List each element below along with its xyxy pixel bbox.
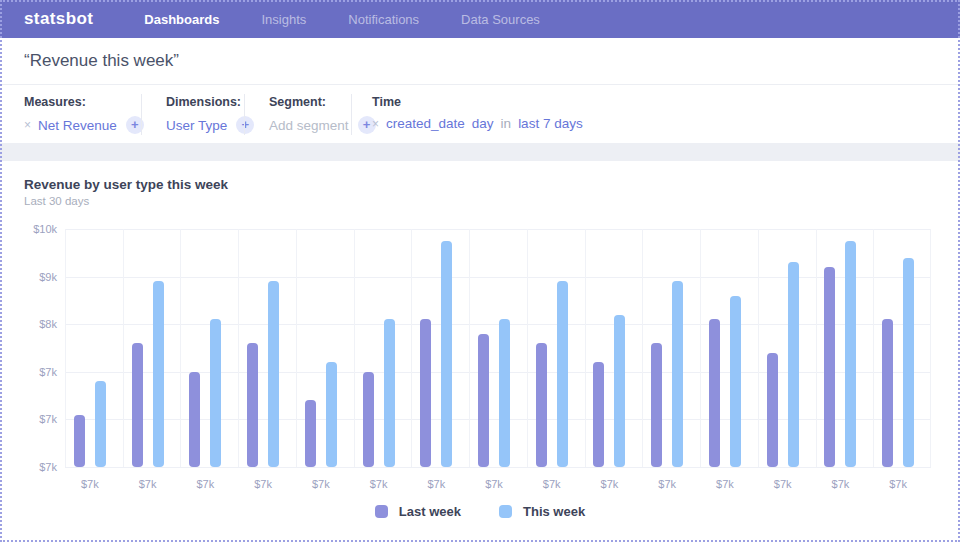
bar-last-week[interactable] (305, 400, 316, 467)
vertical-gridline (527, 229, 528, 467)
bar-last-week[interactable] (767, 353, 778, 467)
legend-label: This week (523, 504, 585, 519)
dimension-user-type[interactable]: User Type (166, 118, 227, 133)
time-field[interactable]: created_date (386, 116, 465, 131)
add-segment-placeholder[interactable]: Add segment (269, 118, 349, 133)
segment-label: Segment: (269, 95, 352, 109)
bar-last-week[interactable] (882, 319, 893, 467)
x-axis-tick-label: $7k (243, 478, 283, 490)
bar-this-week[interactable] (730, 296, 741, 467)
chart-card: Revenue by user type this week Last 30 d… (0, 161, 960, 542)
nav-item-insights[interactable]: Insights (240, 12, 327, 27)
horizontal-gridline (65, 229, 931, 230)
x-axis-tick-label: $7k (589, 478, 629, 490)
bar-this-week[interactable] (557, 281, 568, 467)
nav-item-notifications[interactable]: Notifications (327, 12, 440, 27)
bar-last-week[interactable] (478, 334, 489, 467)
y-axis-tick-label: $7k (7, 366, 57, 378)
time-join-word: in (501, 116, 512, 131)
vertical-gridline (238, 229, 239, 467)
bar-last-week[interactable] (420, 319, 431, 467)
bar-last-week[interactable] (189, 372, 200, 467)
measures-group: Measures: × Net Revenue + (0, 86, 142, 143)
vertical-gridline (585, 229, 586, 467)
x-axis-tick-label: $7k (763, 478, 803, 490)
bar-this-week[interactable] (326, 362, 337, 467)
query-builder-bar: Measures: × Net Revenue + Dimensions: Us… (0, 86, 960, 143)
legend-item-this-week[interactable]: This week (499, 504, 585, 519)
bar-this-week[interactable] (788, 262, 799, 467)
bar-this-week[interactable] (441, 241, 452, 467)
bar-last-week[interactable] (593, 362, 604, 467)
dimensions-group: Dimensions: User Type + (142, 86, 245, 143)
vertical-gridline (411, 229, 412, 467)
legend-swatch-icon (499, 505, 512, 518)
x-axis-tick-label: $7k (128, 478, 168, 490)
legend-swatch-icon (375, 505, 388, 518)
measure-net-revenue[interactable]: Net Revenue (38, 118, 117, 133)
main-nav: Dashboards Insights Notifications Data S… (123, 12, 561, 27)
bar-this-week[interactable] (210, 319, 221, 467)
vertical-gridline (873, 229, 874, 467)
bar-this-week[interactable] (95, 381, 106, 467)
bar-chart-plot-area (65, 229, 931, 467)
y-axis-tick-label: $7k (7, 413, 57, 425)
page-title[interactable]: “Revenue this week” (24, 51, 179, 71)
section-divider (0, 143, 960, 161)
bar-last-week[interactable] (651, 343, 662, 467)
chart-subtitle: Last 30 days (24, 195, 89, 207)
y-axis-tick-label: $8k (7, 318, 57, 330)
bar-this-week[interactable] (672, 281, 683, 467)
app-window: statsbot Dashboards Insights Notificatio… (0, 0, 960, 542)
x-axis-tick-label: $7k (820, 478, 860, 490)
bar-this-week[interactable] (153, 281, 164, 467)
bar-last-week[interactable] (824, 267, 835, 467)
time-granularity[interactable]: day (472, 116, 494, 131)
chart-legend: Last weekThis week (0, 504, 960, 519)
dimensions-label: Dimensions: (166, 95, 245, 109)
x-axis-tick-label: $7k (70, 478, 110, 490)
bar-last-week[interactable] (247, 343, 258, 467)
bar-this-week[interactable] (845, 241, 856, 467)
vertical-gridline (930, 229, 931, 467)
time-range[interactable]: last 7 days (518, 116, 583, 131)
bar-last-week[interactable] (536, 343, 547, 467)
bar-last-week[interactable] (132, 343, 143, 467)
dashboard-title-bar: “Revenue this week” (0, 38, 960, 85)
chart-title: Revenue by user type this week (24, 177, 228, 192)
horizontal-gridline (65, 324, 931, 325)
top-nav-bar: statsbot Dashboards Insights Notificatio… (0, 0, 960, 38)
bar-this-week[interactable] (268, 281, 279, 467)
time-label: Time (372, 95, 583, 109)
x-axis-tick-label: $7k (474, 478, 514, 490)
x-axis-tick-label: $7k (647, 478, 687, 490)
vertical-gridline (758, 229, 759, 467)
bar-last-week[interactable] (363, 372, 374, 467)
vertical-gridline (180, 229, 181, 467)
nav-item-data-sources[interactable]: Data Sources (440, 12, 561, 27)
x-axis-tick-label: $7k (185, 478, 225, 490)
legend-label: Last week (399, 504, 461, 519)
legend-item-last-week[interactable]: Last week (375, 504, 461, 519)
nav-item-dashboards[interactable]: Dashboards (123, 12, 240, 27)
bar-this-week[interactable] (499, 319, 510, 467)
vertical-gridline (700, 229, 701, 467)
remove-measure-icon[interactable]: × (24, 119, 31, 131)
y-axis-tick-label: $10k (7, 223, 57, 235)
vertical-gridline (354, 229, 355, 467)
vertical-gridline (816, 229, 817, 467)
y-axis-tick-label: $9k (7, 271, 57, 283)
bar-last-week[interactable] (709, 319, 720, 467)
remove-time-filter-icon[interactable]: × (372, 118, 379, 130)
bar-this-week[interactable] (384, 319, 395, 467)
bar-last-week[interactable] (74, 415, 85, 467)
horizontal-gridline (65, 467, 931, 468)
x-axis-tick-label: $7k (359, 478, 399, 490)
bar-this-week[interactable] (903, 258, 914, 467)
bar-this-week[interactable] (614, 315, 625, 467)
x-axis-tick-label: $7k (878, 478, 918, 490)
statsbot-logo[interactable]: statsbot (24, 9, 93, 29)
measures-label: Measures: (24, 95, 142, 109)
vertical-gridline (642, 229, 643, 467)
x-axis-tick-label: $7k (301, 478, 341, 490)
